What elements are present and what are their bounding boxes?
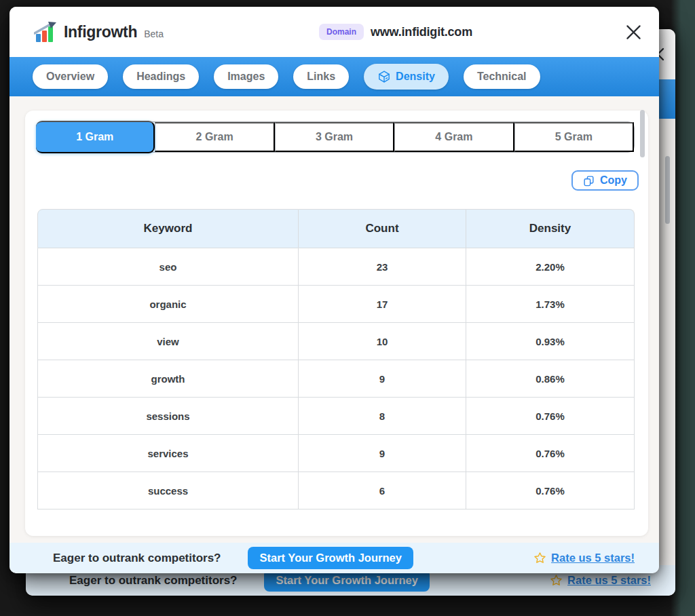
tab-label: Headings (136, 71, 185, 83)
table-header-row: Keyword Count Density (37, 209, 635, 248)
tab-technical[interactable]: Technical (464, 64, 540, 89)
cell-density: 0.76% (466, 435, 635, 472)
domain-url: www.infidigit.com (371, 25, 472, 39)
gram-tab-3[interactable]: 3 Gram (275, 122, 394, 152)
brand-beta-label: Beta (144, 28, 164, 39)
start-growth-journey-button[interactable]: Start Your Growth Journey (248, 547, 413, 569)
close-icon (625, 24, 642, 41)
gram-tab-1[interactable]: 1 Gram (36, 121, 155, 153)
nav-bar: Overview Headings Images Links Density T… (10, 57, 659, 96)
star-icon (550, 574, 563, 587)
column-header-keyword: Keyword (37, 209, 299, 248)
tab-label: Images (227, 71, 265, 83)
table-row: organic 17 1.73% (37, 286, 635, 323)
cell-density: 0.76% (466, 398, 635, 435)
cell-count: 9 (299, 360, 466, 398)
rate-us-link[interactable]: Rate us 5 stars! (551, 552, 635, 564)
modal-scrollbar[interactable] (640, 110, 645, 157)
cell-density: 0.86% (466, 360, 635, 398)
cell-keyword: sessions (37, 398, 299, 435)
cell-count: 23 (299, 248, 466, 286)
background-scrollbar[interactable] (665, 156, 670, 224)
cell-count: 8 (299, 398, 466, 435)
keyword-density-table: Keyword Count Density seo 23 2.20% organ… (37, 209, 635, 509)
cell-count: 17 (299, 286, 466, 323)
tab-label: Overview (46, 71, 94, 83)
domain-badge: Domain (319, 24, 364, 40)
table-row: sessions 8 0.76% (37, 398, 635, 435)
cell-density: 1.73% (466, 286, 635, 323)
cell-count: 6 (299, 472, 466, 509)
domain-group: Domain www.infidigit.com (319, 7, 472, 57)
rate-us-link[interactable]: Rate us 5 stars! (567, 574, 651, 587)
modal-header: Infigrowth Beta Domain www.infidigit.com (10, 7, 659, 57)
tab-label: Density (396, 71, 435, 83)
cell-density: 0.93% (466, 323, 635, 360)
gram-tab-2[interactable]: 2 Gram (155, 122, 274, 152)
footer-question: Eager to outrank competitors? (53, 552, 221, 565)
brand-name: Infigrowth (64, 23, 137, 41)
tab-links[interactable]: Links (293, 64, 349, 89)
footer-question: Eager to outrank competitors? (69, 574, 237, 588)
table-row: growth 9 0.86% (37, 360, 635, 398)
cell-keyword: success (37, 472, 299, 509)
modal-footer: Eager to outrank competitors? Start Your… (10, 543, 659, 573)
tab-label: Technical (477, 71, 527, 83)
tab-label: Links (307, 71, 335, 83)
density-card: 1 Gram 2 Gram 3 Gram 4 Gram 5 Gram Copy (25, 111, 648, 536)
gram-tab-4[interactable]: 4 Gram (394, 122, 514, 152)
table-row: services 9 0.76% (37, 435, 635, 472)
gram-tab-bar: 1 Gram 2 Gram 3 Gram 4 Gram 5 Gram (36, 121, 635, 153)
tab-images[interactable]: Images (214, 64, 278, 89)
infigrowth-modal: Infigrowth Beta Domain www.infidigit.com… (10, 7, 659, 573)
table-row: success 6 0.76% (37, 472, 635, 509)
cell-density: 2.20% (466, 248, 635, 286)
column-header-count: Count (299, 209, 466, 248)
gram-tab-5[interactable]: 5 Gram (514, 122, 634, 152)
infigrowth-logo-icon (34, 22, 58, 42)
table-row: view 10 0.93% (37, 323, 635, 360)
cell-density: 0.76% (466, 472, 635, 509)
star-icon (533, 552, 546, 564)
copy-button[interactable]: Copy (571, 170, 639, 191)
tab-overview[interactable]: Overview (33, 64, 108, 89)
tab-headings[interactable]: Headings (123, 64, 199, 89)
cube-icon (377, 70, 391, 83)
cell-keyword: view (37, 323, 299, 360)
brand: Infigrowth Beta (26, 22, 164, 42)
copy-label: Copy (600, 174, 627, 187)
copy-icon (583, 175, 595, 187)
cell-keyword: growth (37, 360, 299, 398)
content-area: 1 Gram 2 Gram 3 Gram 4 Gram 5 Gram Copy (10, 96, 659, 543)
cell-count: 9 (299, 435, 466, 472)
column-header-density: Density (466, 209, 635, 248)
cell-keyword: seo (37, 248, 299, 286)
close-button[interactable] (624, 22, 643, 41)
table-row: seo 23 2.20% (37, 248, 635, 286)
cell-keyword: services (37, 435, 299, 472)
cell-keyword: organic (37, 286, 299, 323)
tab-density[interactable]: Density (364, 64, 449, 90)
cell-count: 10 (299, 323, 466, 360)
